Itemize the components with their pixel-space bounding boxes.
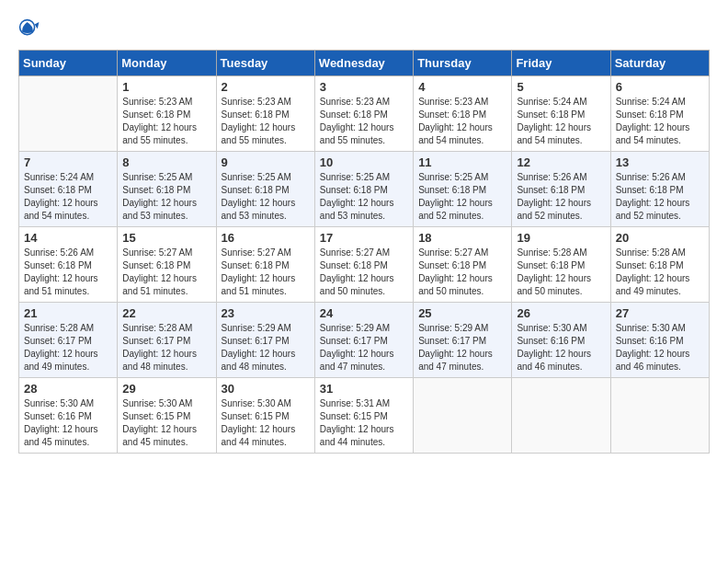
cell-info: Sunrise: 5:29 AM Sunset: 6:17 PM Dayligh…: [418, 322, 506, 373]
cell-info: Sunrise: 5:27 AM Sunset: 6:18 PM Dayligh…: [222, 247, 310, 298]
cell-info: Sunrise: 5:30 AM Sunset: 6:15 PM Dayligh…: [122, 397, 210, 449]
calendar-cell: 31Sunrise: 5:31 AM Sunset: 6:15 PM Dayli…: [314, 378, 413, 454]
calendar-cell: 5Sunrise: 5:24 AM Sunset: 6:18 PM Daylig…: [512, 76, 610, 152]
calendar-cell: [19, 76, 118, 152]
cell-info: Sunrise: 5:25 AM Sunset: 6:18 PM Dayligh…: [418, 171, 506, 223]
calendar-cell: 13Sunrise: 5:26 AM Sunset: 6:18 PM Dayli…: [610, 152, 709, 227]
calendar-body: 1Sunrise: 5:23 AM Sunset: 6:18 PM Daylig…: [19, 76, 710, 454]
calendar-cell: 4Sunrise: 5:23 AM Sunset: 6:18 PM Daylig…: [414, 76, 512, 152]
cell-info: Sunrise: 5:25 AM Sunset: 6:18 PM Dayligh…: [320, 171, 408, 223]
day-number: 24: [320, 306, 408, 320]
day-header-wednesday: Wednesday: [314, 51, 413, 76]
day-number: 15: [122, 231, 210, 245]
calendar-cell: 1Sunrise: 5:23 AM Sunset: 6:18 PM Daylig…: [118, 76, 216, 152]
cell-info: Sunrise: 5:28 AM Sunset: 6:18 PM Dayligh…: [616, 247, 704, 298]
calendar-cell: 6Sunrise: 5:24 AM Sunset: 6:18 PM Daylig…: [610, 76, 709, 152]
page-header: [18, 18, 710, 40]
cell-info: Sunrise: 5:30 AM Sunset: 6:16 PM Dayligh…: [616, 322, 704, 373]
cell-info: Sunrise: 5:26 AM Sunset: 6:18 PM Dayligh…: [24, 247, 112, 298]
calendar-cell: [610, 378, 709, 454]
day-number: 14: [24, 231, 112, 245]
day-number: 28: [24, 382, 112, 396]
day-number: 21: [24, 306, 112, 320]
calendar-cell: 3Sunrise: 5:23 AM Sunset: 6:18 PM Daylig…: [314, 76, 413, 152]
day-number: 20: [616, 231, 704, 245]
calendar-table: SundayMondayTuesdayWednesdayThursdayFrid…: [18, 50, 710, 454]
cell-info: Sunrise: 5:30 AM Sunset: 6:16 PM Dayligh…: [517, 322, 605, 373]
calendar-cell: 27Sunrise: 5:30 AM Sunset: 6:16 PM Dayli…: [610, 303, 709, 378]
day-number: 5: [517, 80, 605, 94]
calendar-header-row: SundayMondayTuesdayWednesdayThursdayFrid…: [19, 51, 710, 76]
cell-info: Sunrise: 5:26 AM Sunset: 6:18 PM Dayligh…: [616, 171, 704, 223]
calendar-cell: 22Sunrise: 5:28 AM Sunset: 6:17 PM Dayli…: [118, 303, 216, 378]
day-number: 30: [222, 382, 310, 396]
day-number: 25: [418, 306, 506, 320]
calendar-cell: [414, 378, 512, 454]
cell-info: Sunrise: 5:29 AM Sunset: 6:17 PM Dayligh…: [222, 322, 310, 373]
day-number: 31: [320, 382, 408, 396]
day-number: 19: [517, 231, 605, 245]
calendar-cell: 15Sunrise: 5:27 AM Sunset: 6:18 PM Dayli…: [118, 227, 216, 303]
calendar-cell: 18Sunrise: 5:27 AM Sunset: 6:18 PM Dayli…: [414, 227, 512, 303]
cell-info: Sunrise: 5:27 AM Sunset: 6:18 PM Dayligh…: [320, 247, 408, 298]
day-header-monday: Monday: [118, 51, 216, 76]
day-number: 2: [222, 80, 310, 94]
day-number: 27: [616, 306, 704, 320]
cell-info: Sunrise: 5:27 AM Sunset: 6:18 PM Dayligh…: [122, 247, 210, 298]
calendar-cell: 20Sunrise: 5:28 AM Sunset: 6:18 PM Dayli…: [610, 227, 709, 303]
calendar-cell: 14Sunrise: 5:26 AM Sunset: 6:18 PM Dayli…: [19, 227, 118, 303]
calendar-week-row: 28Sunrise: 5:30 AM Sunset: 6:16 PM Dayli…: [19, 378, 710, 454]
cell-info: Sunrise: 5:25 AM Sunset: 6:18 PM Dayligh…: [222, 171, 310, 223]
day-number: 29: [122, 382, 210, 396]
cell-info: Sunrise: 5:23 AM Sunset: 6:18 PM Dayligh…: [222, 96, 310, 147]
calendar-cell: 29Sunrise: 5:30 AM Sunset: 6:15 PM Dayli…: [118, 378, 216, 454]
day-number: 26: [517, 306, 605, 320]
calendar-cell: 19Sunrise: 5:28 AM Sunset: 6:18 PM Dayli…: [512, 227, 610, 303]
calendar-week-row: 7Sunrise: 5:24 AM Sunset: 6:18 PM Daylig…: [19, 152, 710, 227]
day-number: 18: [418, 231, 506, 245]
calendar-cell: 25Sunrise: 5:29 AM Sunset: 6:17 PM Dayli…: [414, 303, 512, 378]
calendar-cell: 23Sunrise: 5:29 AM Sunset: 6:17 PM Dayli…: [216, 303, 314, 378]
cell-info: Sunrise: 5:25 AM Sunset: 6:18 PM Dayligh…: [122, 171, 210, 223]
cell-info: Sunrise: 5:30 AM Sunset: 6:16 PM Dayligh…: [24, 397, 112, 449]
calendar-cell: 21Sunrise: 5:28 AM Sunset: 6:17 PM Dayli…: [19, 303, 118, 378]
day-number: 10: [320, 155, 408, 169]
calendar-cell: 30Sunrise: 5:30 AM Sunset: 6:15 PM Dayli…: [216, 378, 314, 454]
day-number: 1: [122, 80, 210, 94]
day-header-friday: Friday: [512, 51, 610, 76]
day-number: 11: [418, 155, 506, 169]
logo: [18, 18, 44, 40]
cell-info: Sunrise: 5:28 AM Sunset: 6:17 PM Dayligh…: [24, 322, 112, 373]
cell-info: Sunrise: 5:24 AM Sunset: 6:18 PM Dayligh…: [24, 171, 112, 223]
calendar-cell: 16Sunrise: 5:27 AM Sunset: 6:18 PM Dayli…: [216, 227, 314, 303]
calendar-cell: 2Sunrise: 5:23 AM Sunset: 6:18 PM Daylig…: [216, 76, 314, 152]
cell-info: Sunrise: 5:29 AM Sunset: 6:17 PM Dayligh…: [320, 322, 408, 373]
day-number: 17: [320, 231, 408, 245]
day-number: 13: [616, 155, 704, 169]
calendar-cell: 26Sunrise: 5:30 AM Sunset: 6:16 PM Dayli…: [512, 303, 610, 378]
day-number: 9: [222, 155, 310, 169]
cell-info: Sunrise: 5:23 AM Sunset: 6:18 PM Dayligh…: [122, 96, 210, 147]
day-number: 22: [122, 306, 210, 320]
day-number: 7: [24, 155, 112, 169]
calendar-cell: 24Sunrise: 5:29 AM Sunset: 6:17 PM Dayli…: [314, 303, 413, 378]
cell-info: Sunrise: 5:24 AM Sunset: 6:18 PM Dayligh…: [616, 96, 704, 147]
calendar-cell: 12Sunrise: 5:26 AM Sunset: 6:18 PM Dayli…: [512, 152, 610, 227]
calendar-week-row: 14Sunrise: 5:26 AM Sunset: 6:18 PM Dayli…: [19, 227, 710, 303]
calendar-cell: 28Sunrise: 5:30 AM Sunset: 6:16 PM Dayli…: [19, 378, 118, 454]
cell-info: Sunrise: 5:28 AM Sunset: 6:17 PM Dayligh…: [122, 322, 210, 373]
cell-info: Sunrise: 5:31 AM Sunset: 6:15 PM Dayligh…: [320, 397, 408, 449]
cell-info: Sunrise: 5:27 AM Sunset: 6:18 PM Dayligh…: [418, 247, 506, 298]
day-header-tuesday: Tuesday: [216, 51, 314, 76]
day-header-sunday: Sunday: [19, 51, 118, 76]
day-header-thursday: Thursday: [414, 51, 512, 76]
cell-info: Sunrise: 5:30 AM Sunset: 6:15 PM Dayligh…: [222, 397, 310, 449]
cell-info: Sunrise: 5:23 AM Sunset: 6:18 PM Dayligh…: [418, 96, 506, 147]
calendar-cell: [512, 378, 610, 454]
day-number: 3: [320, 80, 408, 94]
day-header-saturday: Saturday: [610, 51, 709, 76]
day-number: 8: [122, 155, 210, 169]
cell-info: Sunrise: 5:28 AM Sunset: 6:18 PM Dayligh…: [517, 247, 605, 298]
calendar-cell: 9Sunrise: 5:25 AM Sunset: 6:18 PM Daylig…: [216, 152, 314, 227]
day-number: 12: [517, 155, 605, 169]
